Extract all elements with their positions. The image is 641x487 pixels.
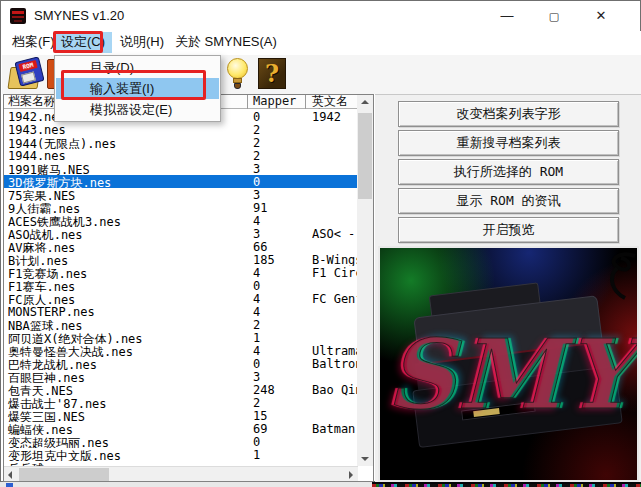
list-cell-mapper: 3 xyxy=(248,188,306,201)
open-rom-icon[interactable]: ROM xyxy=(9,58,51,91)
scroll-right-icon[interactable] xyxy=(343,467,358,482)
list-cell-en: FC Genjin xyxy=(306,292,358,305)
list-cell-name: NBA篮球.nes xyxy=(4,318,248,331)
list-row[interactable]: B计划.nes185B-Wings xyxy=(4,253,358,266)
list-cell-name: B计划.nes xyxy=(4,253,248,266)
menu-about[interactable]: 关於 SMYNES(A) xyxy=(169,31,283,53)
list-cell-name: MONSTERP.nes xyxy=(4,305,248,318)
list-cell-name: 3D俄罗斯方块.nes xyxy=(4,175,248,188)
horizontal-scrollbar-thumb[interactable] xyxy=(19,468,109,481)
list-cell-en xyxy=(306,240,358,253)
list-row[interactable]: AV麻将.nes66 xyxy=(4,240,358,253)
list-cell-mapper: 2 xyxy=(248,149,306,162)
list-row[interactable]: 1991赌马.NES3 xyxy=(4,162,358,175)
list-row[interactable]: 阿贝道X(绝对合体).nes1 xyxy=(4,331,358,344)
scroll-down-icon[interactable] xyxy=(357,451,373,466)
list-cell-name: ASO战机.nes xyxy=(4,227,248,240)
vertical-scrollbar-thumb[interactable] xyxy=(358,113,372,199)
list-row[interactable]: 1944(无限点).nes2 xyxy=(4,136,358,149)
scroll-left-icon[interactable] xyxy=(4,467,19,482)
titlebar: SMYNES v1.20 — ▢ ✕ xyxy=(1,1,640,31)
list-row[interactable]: 爆笑三国.NES15 xyxy=(4,409,358,422)
list-row[interactable]: 75宾果.NES3 xyxy=(4,188,358,201)
menu-settings[interactable]: 设定(C) xyxy=(55,31,111,53)
minimize-button[interactable]: — xyxy=(487,1,527,31)
list-cell-mapper: 4 xyxy=(248,292,306,305)
list-cell-en xyxy=(306,214,358,227)
list-cell-name: F1赛车.nes xyxy=(4,279,248,292)
horizontal-scrollbar[interactable] xyxy=(4,466,358,481)
background-image-sliver xyxy=(372,482,641,487)
settings-dropdown-menu: 目录(D) 输入装置(I) 模拟器设定(E) xyxy=(54,55,221,122)
list-cell-mapper: 2 xyxy=(248,318,306,331)
open-preview-button[interactable]: 开启预览 xyxy=(398,217,619,243)
vertical-scrollbar[interactable] xyxy=(357,95,373,466)
list-cell-en xyxy=(306,201,358,214)
list-cell-mapper: 2 xyxy=(248,136,306,149)
help-icon[interactable]: ? xyxy=(258,58,286,89)
list-cell-mapper: 66 xyxy=(248,240,306,253)
list-row[interactable]: MONSTERP.nes4 xyxy=(4,305,358,318)
list-row[interactable]: ASO战机.nes3ASO< - Ar xyxy=(4,227,358,240)
list-cell-name: 巴特龙战机.nes xyxy=(4,357,248,370)
menu-item-input-device[interactable]: 输入装置(I) xyxy=(56,78,219,99)
list-row[interactable]: 巴特龙战机.nes0Baltron xyxy=(4,357,358,370)
list-cell-name: 爆击战士'87.nes xyxy=(4,396,248,409)
list-row[interactable]: 包青天.NES248Bao Qing xyxy=(4,383,358,396)
list-cell-en xyxy=(306,175,358,188)
list-row[interactable]: F1赛车.nes0 xyxy=(4,279,358,292)
list-row[interactable]: 变态超级玛丽.nes0 xyxy=(4,435,358,448)
menu-help[interactable]: 说明(H) xyxy=(114,31,170,53)
list-cell-name: F1竞赛场.nes xyxy=(4,266,248,279)
list-row[interactable]: 百眼巨神.nes3 xyxy=(4,370,358,383)
menubar: 档案(F) 设定(C) 说明(H) 关於 SMYNES(A) xyxy=(2,31,641,55)
list-cell-en: Batman xyxy=(306,422,358,435)
window-title: SMYNES v1.20 xyxy=(34,8,124,23)
list-row[interactable]: ACES铁鹰战机3.nes4 xyxy=(4,214,358,227)
scroll-up-icon[interactable] xyxy=(357,95,373,110)
list-cell-en: Bao Qing xyxy=(306,383,358,396)
list-row[interactable]: 奥特曼怪兽大决战.nes4Ultraman xyxy=(4,344,358,357)
list-cell-en: Baltron xyxy=(306,357,358,370)
list-cell-name: 9人街霸.nes xyxy=(4,201,248,214)
list-row[interactable]: 蝙蝠侠.nes69Batman xyxy=(4,422,358,435)
column-header-mapper[interactable]: Mapper xyxy=(248,95,306,109)
list-cell-name: 1991赌马.NES xyxy=(4,162,248,175)
list-row[interactable]: 9人街霸.nes91 xyxy=(4,201,358,214)
list-cell-mapper: 2 xyxy=(248,396,306,409)
list-cell-en xyxy=(306,162,358,175)
tips-bulb-icon[interactable] xyxy=(225,58,251,91)
rom-info-button[interactable]: 显示 ROM 的资讯 xyxy=(398,188,619,214)
list-cell-en: ASO< - Ar xyxy=(306,227,358,240)
run-rom-button[interactable]: 执行所选择的 ROM xyxy=(398,159,619,185)
maximize-button[interactable]: ▢ xyxy=(534,1,574,31)
list-cell-name: 蝙蝠侠.nes xyxy=(4,422,248,435)
menu-item-directory[interactable]: 目录(D) xyxy=(56,57,219,78)
list-row[interactable]: 变形坦克中文版.nes1 xyxy=(4,448,358,461)
list-row[interactable]: NBA篮球.nes2 xyxy=(4,318,358,331)
list-cell-en xyxy=(306,123,358,136)
list-cell-mapper: 15 xyxy=(248,409,306,422)
list-cell-en xyxy=(306,149,358,162)
list-cell-name: 包青天.NES xyxy=(4,383,248,396)
list-row[interactable]: 3D俄罗斯方块.nes0 xyxy=(4,175,358,188)
list-row[interactable]: 1943.nes2 xyxy=(4,123,358,136)
menu-file[interactable]: 档案(F) xyxy=(6,31,61,53)
list-cell-en xyxy=(306,396,358,409)
background-window-sliver xyxy=(0,482,372,487)
list-cell-name: 变形坦克中文版.nes xyxy=(4,448,248,461)
rescan-list-button[interactable]: 重新搜寻档案列表 xyxy=(398,130,619,156)
list-cell-en xyxy=(306,188,358,201)
file-list-rows: 1942.nes019421943.nes21944(无限点).nes21944… xyxy=(4,110,358,466)
list-row[interactable]: F1竞赛场.nes4F1 Circus xyxy=(4,266,358,279)
column-header-english[interactable]: 英文名称 xyxy=(306,95,358,109)
list-row[interactable]: 1944.nes2 xyxy=(4,149,358,162)
list-row[interactable]: 爆击战士'87.nes2 xyxy=(4,396,358,409)
list-cell-en: F1 Circus xyxy=(306,266,358,279)
list-cell-mapper: 248 xyxy=(248,383,306,396)
list-cell-mapper: 3 xyxy=(248,162,306,175)
menu-item-emulator-setup[interactable]: 模拟器设定(E) xyxy=(56,99,219,120)
list-row[interactable]: FC原人.nes4FC Genjin xyxy=(4,292,358,305)
change-list-font-button[interactable]: 改变档案列表字形 xyxy=(398,101,619,127)
close-button[interactable]: ✕ xyxy=(581,1,621,31)
